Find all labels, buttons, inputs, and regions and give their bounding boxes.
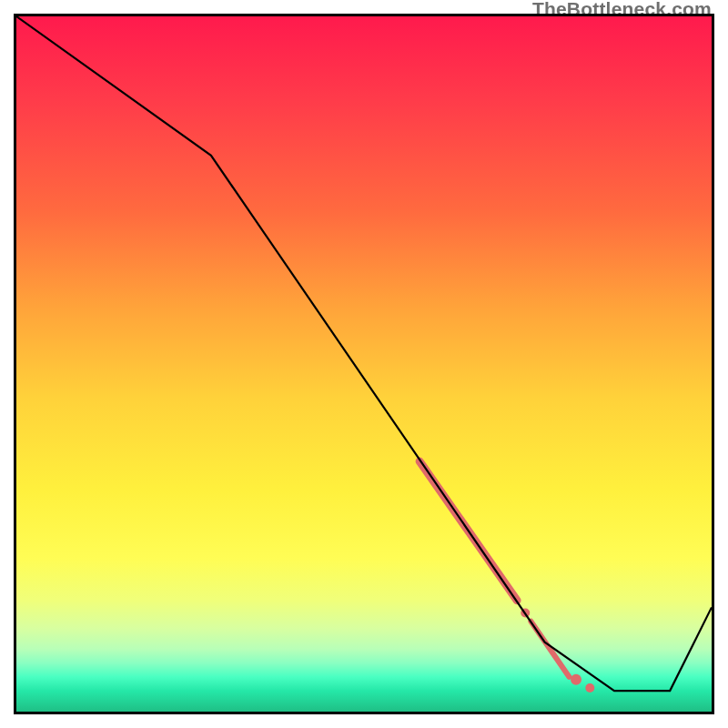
plot-area xyxy=(14,14,714,714)
highlight-point xyxy=(571,674,581,685)
chart-svg xyxy=(16,16,712,712)
highlight-point xyxy=(585,683,594,693)
curve-line xyxy=(16,16,712,691)
chart-container: TheBottleneck.com xyxy=(0,0,728,728)
